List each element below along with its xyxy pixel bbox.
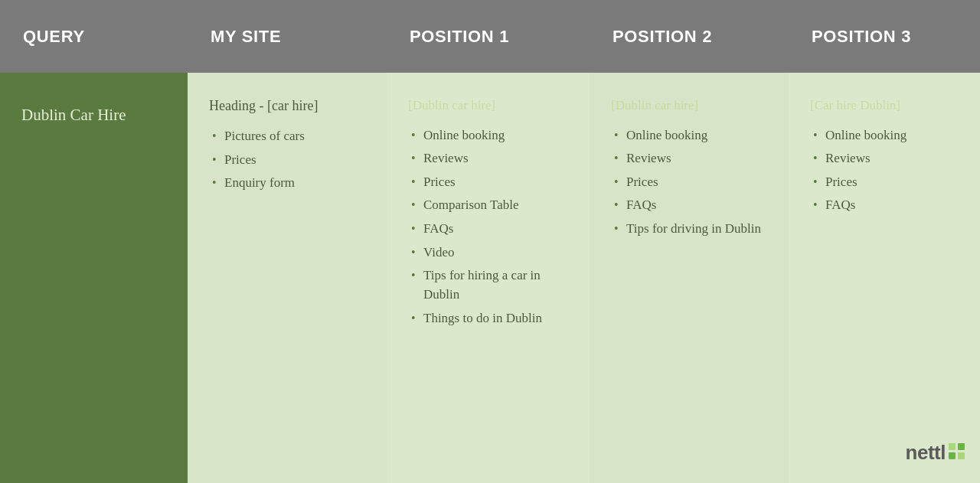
list-item: FAQs (611, 196, 767, 215)
query-cell: Dublin Car Hire (0, 73, 188, 483)
list-item: Things to do in Dublin (408, 309, 568, 328)
header-pos2: POSITION 2 (590, 27, 789, 47)
comparison-table: QUERY MY SITE POSITION 1 POSITION 2 POSI… (0, 0, 980, 483)
list-item: Prices (408, 173, 568, 192)
list-item: Video (408, 243, 568, 263)
list-item: Prices (810, 173, 959, 192)
header-pos3: POSITION 3 (789, 27, 980, 47)
list-item: FAQs (408, 220, 568, 239)
header-mysite: MY SITE (188, 27, 387, 47)
dot-br (958, 452, 965, 459)
list-item: Comparison Table (408, 196, 568, 215)
nettl-dots-icon (949, 443, 965, 459)
table-body: Dublin Car Hire Heading - [car hire] Pic… (0, 73, 980, 483)
pos2-keyword: [Dublin car hire] (611, 96, 767, 116)
mysite-list: Pictures of cars Prices Enquiry form (209, 127, 365, 193)
pos1-list: Online booking Reviews Prices Comparison… (408, 126, 568, 328)
dot-tr (958, 443, 965, 450)
mysite-cell: Heading - [car hire] Pictures of cars Pr… (188, 73, 387, 483)
pos3-cell: [Car hire Dublin] Online booking Reviews… (789, 73, 980, 483)
mysite-heading: Heading - [car hire] (209, 96, 365, 116)
pos1-cell: [Dublin car hire] Online booking Reviews… (387, 73, 590, 483)
pos2-list: Online booking Reviews Prices FAQs Tips … (611, 126, 767, 239)
list-item: Online booking (408, 126, 568, 145)
list-item: Prices (611, 173, 767, 192)
list-item: Online booking (611, 126, 767, 145)
dot-tl (949, 443, 956, 450)
list-item: Reviews (408, 149, 568, 168)
pos2-cell: [Dublin car hire] Online booking Reviews… (590, 73, 789, 483)
list-item: Tips for driving in Dublin (611, 220, 767, 239)
pos3-list: Online booking Reviews Prices FAQs (810, 126, 959, 216)
pos3-keyword: [Car hire Dublin] (810, 96, 959, 116)
nettl-text: nettl (906, 438, 946, 468)
list-item: Enquiry form (209, 174, 365, 193)
list-item: Tips for hiring a car in Dublin (408, 266, 568, 304)
table-header: QUERY MY SITE POSITION 1 POSITION 2 POSI… (0, 0, 980, 73)
list-item: FAQs (810, 196, 959, 215)
dot-bl (949, 452, 956, 459)
list-item: Reviews (611, 149, 767, 168)
query-label: Dublin Car Hire (21, 103, 126, 128)
list-item: Prices (209, 151, 365, 170)
header-query: QUERY (0, 27, 188, 47)
pos1-keyword: [Dublin car hire] (408, 96, 568, 116)
nettl-logo: nettl (906, 438, 965, 468)
list-item: Online booking (810, 126, 959, 145)
list-item: Reviews (810, 149, 959, 168)
header-pos1: POSITION 1 (387, 27, 590, 47)
list-item: Pictures of cars (209, 127, 365, 146)
